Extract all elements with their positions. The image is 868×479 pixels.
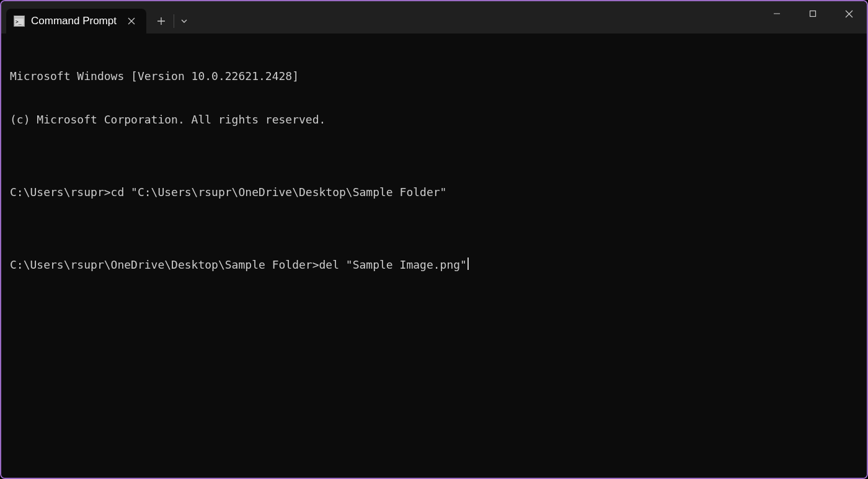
terminal-line-text: C:\Users\rsupr\OneDrive\Desktop\Sample F… [10,257,467,272]
svg-rect-1 [14,17,24,19]
svg-rect-8 [810,11,816,17]
tab-dropdown-button[interactable] [175,10,193,32]
close-window-button[interactable] [831,1,867,26]
tabs-section: >_ Command Prompt [1,1,193,34]
svg-text:>_: >_ [16,19,22,25]
terminal-line: (c) Microsoft Corporation. All rights re… [10,112,858,127]
terminal-line: C:\Users\rsupr>cd "C:\Users\rsupr\OneDri… [10,185,858,199]
minimize-icon [773,10,781,17]
tab-actions [150,9,193,34]
tab-title: Command Prompt [31,15,119,27]
tab-close-button[interactable] [125,15,138,27]
tab-command-prompt[interactable]: >_ Command Prompt [6,9,146,34]
chevron-down-icon [181,19,187,23]
maximize-button[interactable] [795,1,831,26]
text-cursor [467,257,469,270]
new-tab-button[interactable] [150,10,172,32]
tab-divider [174,14,174,28]
command-prompt-icon: >_ [14,16,25,27]
window-controls [759,1,867,26]
minimize-button[interactable] [759,1,795,26]
terminal-output[interactable]: Microsoft Windows [Version 10.0.22621.24… [1,34,867,478]
titlebar: >_ Command Prompt [1,1,867,34]
terminal-current-line: C:\Users\rsupr\OneDrive\Desktop\Sample F… [10,257,858,272]
plus-icon [157,17,166,25]
close-icon [128,17,135,25]
close-icon [845,10,853,18]
terminal-line: Microsoft Windows [Version 10.0.22621.24… [10,69,858,83]
maximize-icon [809,10,817,17]
